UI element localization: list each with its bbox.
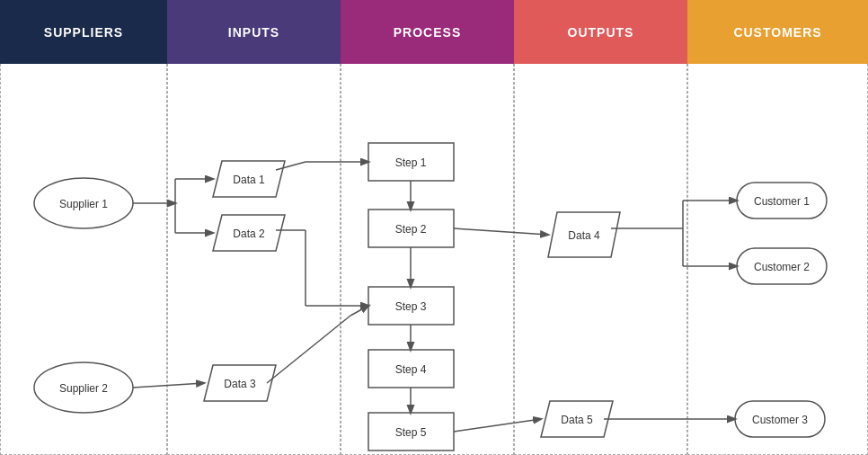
inputs-label: INPUTS <box>228 25 279 40</box>
lane-outputs <box>514 64 687 455</box>
process-label: PROCESS <box>394 25 461 40</box>
lane-suppliers <box>0 64 167 455</box>
outputs-label: OUTPUTS <box>568 25 634 40</box>
lane-process <box>341 64 514 455</box>
header-customers: CUSTOMERS <box>687 0 868 64</box>
lane-customers <box>687 64 868 455</box>
diagram-container: SUPPLIERS INPUTS PROCESS OUTPUTS CUSTOME… <box>0 0 868 455</box>
body-row: Supplier 1 Supplier 2 Data 1 Data 2 Data… <box>0 64 868 455</box>
header-process: PROCESS <box>341 0 514 64</box>
customers-label: CUSTOMERS <box>733 25 821 40</box>
header-inputs: INPUTS <box>167 0 341 64</box>
suppliers-label: SUPPLIERS <box>44 25 123 40</box>
header-outputs: OUTPUTS <box>514 0 687 64</box>
lane-inputs <box>167 64 341 455</box>
header-row: SUPPLIERS INPUTS PROCESS OUTPUTS CUSTOME… <box>0 0 868 64</box>
header-suppliers: SUPPLIERS <box>0 0 167 64</box>
